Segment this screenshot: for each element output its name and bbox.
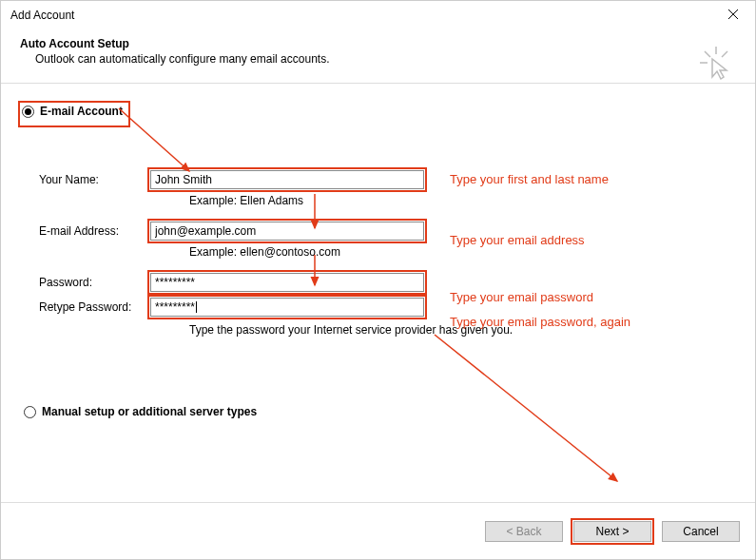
back-button: < Back bbox=[485, 521, 563, 542]
titlebar: Add Account bbox=[1, 1, 755, 29]
close-button[interactable] bbox=[719, 9, 747, 23]
radio-email-account-label: E-mail Account bbox=[40, 105, 123, 118]
cursor-icon bbox=[700, 47, 732, 84]
svg-line-4 bbox=[705, 51, 710, 57]
email-example: Example: ellen@contoso.com bbox=[189, 245, 513, 259]
email-input[interactable] bbox=[150, 222, 424, 241]
radio-email-account[interactable] bbox=[22, 106, 34, 118]
arrow-to-next bbox=[431, 331, 630, 491]
window-title: Add Account bbox=[10, 9, 74, 22]
radio-manual-label: Manual setup or additional server types bbox=[42, 405, 257, 418]
name-label: Your Name: bbox=[39, 173, 147, 186]
retype-label: Retype Password: bbox=[39, 300, 147, 314]
radio-manual[interactable] bbox=[24, 406, 36, 418]
email-label: E-mail Address: bbox=[39, 224, 147, 238]
password-label: Password: bbox=[39, 276, 147, 289]
next-button-highlight: Next > bbox=[571, 518, 654, 545]
password-input[interactable] bbox=[150, 273, 424, 292]
retype-input-highlight: ********* bbox=[147, 295, 427, 319]
form-area: E-mail Account Your Name: Example: Ellen… bbox=[1, 84, 755, 464]
retype-input[interactable]: ********* bbox=[155, 300, 195, 314]
close-icon bbox=[727, 9, 739, 20]
next-button[interactable]: Next > bbox=[573, 521, 651, 542]
email-input-highlight bbox=[147, 219, 427, 243]
callout-retype: Type your email password, again bbox=[450, 315, 630, 329]
svg-line-5 bbox=[722, 51, 727, 57]
header-title: Auto Account Setup bbox=[20, 37, 736, 50]
password-input-highlight bbox=[147, 270, 427, 295]
cancel-button[interactable]: Cancel bbox=[662, 521, 740, 542]
button-bar: < Back Next > Cancel bbox=[1, 502, 755, 559]
fields-group: Your Name: Example: Ellen Adams E-mail A… bbox=[39, 169, 513, 337]
callout-name: Type your first and last name bbox=[450, 172, 609, 186]
radio-manual-row: Manual setup or additional server types bbox=[24, 405, 257, 418]
callout-email: Type your email address bbox=[450, 233, 585, 247]
name-input[interactable] bbox=[150, 170, 424, 189]
callout-password: Type your email password bbox=[450, 290, 593, 304]
radio-email-account-highlight: E-mail Account bbox=[18, 101, 130, 127]
svg-line-9 bbox=[435, 335, 617, 481]
header-subtitle: Outlook can automatically configure many… bbox=[35, 52, 736, 66]
header: Auto Account Setup Outlook can automatic… bbox=[1, 29, 755, 84]
name-input-highlight bbox=[147, 167, 427, 192]
name-example: Example: Ellen Adams bbox=[189, 194, 513, 207]
